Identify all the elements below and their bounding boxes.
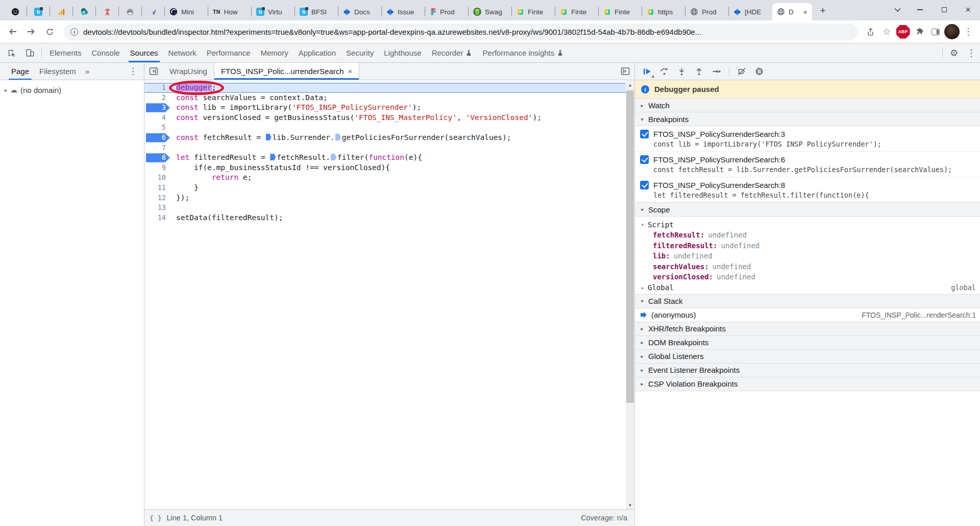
browser-tab-ft[interactable]: ft: [27, 3, 50, 20]
code-text[interactable]: }: [171, 183, 626, 193]
resume-button[interactable]: [639, 64, 655, 79]
deactivate-breakpoints-button[interactable]: [734, 64, 750, 79]
browser-menu-icon[interactable]: ⋮: [961, 24, 976, 39]
section-header-xhr-fetch-breakpoints[interactable]: ▸XHR/fetch Breakpoints: [635, 322, 980, 336]
window-minimize-button[interactable]: [908, 0, 932, 19]
breakpoint-checkbox[interactable]: [640, 130, 649, 138]
breakpoint-checkbox[interactable]: [640, 155, 649, 164]
section-header-scope[interactable]: ▾Scope: [635, 202, 980, 217]
window-close-button[interactable]: ×: [956, 0, 980, 19]
devtools-tab-memory[interactable]: Memory: [256, 43, 293, 62]
tab-close-icon[interactable]: ×: [348, 67, 353, 76]
breakpoint-flag[interactable]: 3: [144, 103, 171, 113]
devtools-tab-elements[interactable]: Elements: [44, 43, 87, 62]
code-text[interactable]: const searchValues = context.Data;: [171, 93, 626, 103]
browser-tab-finte[interactable]: Finte: [512, 3, 555, 20]
breakpoint-flag[interactable]: 6: [144, 133, 171, 143]
code-text[interactable]: let filteredResult = fetchResult.filter(…: [171, 153, 626, 163]
address-bar[interactable]: i devtools://devtools/bundled/inspector.…: [63, 23, 857, 40]
scope-group-global[interactable]: ▸Globalglobal: [635, 282, 980, 293]
inspect-element-icon[interactable]: [2, 43, 20, 62]
section-header-call-stack[interactable]: ▾Call Stack: [635, 294, 980, 308]
line-number[interactable]: 11: [144, 183, 171, 193]
section-header-global-listeners[interactable]: ▸Global Listeners: [635, 349, 980, 364]
devtools-tab-recorder[interactable]: Recorder: [427, 43, 478, 62]
breakpoint-checkbox[interactable]: [640, 181, 649, 189]
code-text[interactable]: setData(filteredResult);: [171, 213, 626, 223]
site-info-icon[interactable]: i: [70, 28, 78, 36]
side-panel-icon[interactable]: [928, 24, 943, 39]
devtools-menu-icon[interactable]: ⋮: [963, 43, 980, 62]
browser-tab-https[interactable]: https: [642, 3, 685, 20]
pause-on-exceptions-button[interactable]: [751, 64, 767, 79]
code-text[interactable]: return e;: [171, 173, 626, 183]
code-text[interactable]: const versionClosed = getBusinessStatus(…: [171, 113, 626, 123]
line-number[interactable]: 1: [144, 83, 171, 93]
line-number[interactable]: 12: [144, 193, 171, 203]
scroll-down-icon[interactable]: ▼: [626, 500, 634, 509]
line-number[interactable]: 10: [144, 173, 171, 183]
scope-group-script[interactable]: ▾Script: [635, 219, 980, 230]
back-button[interactable]: [4, 23, 21, 40]
adblock-extension-icon[interactable]: ABP: [895, 24, 911, 39]
line-number[interactable]: 9: [144, 163, 171, 173]
devtools-tab-application[interactable]: Application: [293, 43, 341, 62]
step-button[interactable]: [708, 64, 724, 79]
device-toolbar-icon[interactable]: [20, 43, 39, 62]
inline-breakpoint-icon[interactable]: [270, 154, 276, 160]
browser-tab-smiley[interactable]: [4, 3, 27, 20]
window-maximize-button[interactable]: [932, 0, 956, 19]
browser-tab-d[interactable]: D×: [772, 3, 812, 20]
navigator-tab-filesystem[interactable]: Filesystem: [34, 63, 81, 80]
browser-tab-finte[interactable]: Finte: [555, 3, 598, 20]
browser-tab-finte[interactable]: Finte: [599, 3, 642, 20]
new-tab-button[interactable]: +: [815, 3, 830, 18]
line-number[interactable]: 2: [144, 93, 171, 103]
devtools-tab-sources[interactable]: Sources: [125, 43, 163, 62]
devtools-tab-performance-insights[interactable]: Performance insights: [477, 43, 569, 62]
section-header-breakpoints[interactable]: ▾Breakpoints: [635, 112, 980, 126]
section-header-csp-violation-breakpoints[interactable]: ▸CSP Violation Breakpoints: [635, 377, 980, 391]
navigator-overflow-icon[interactable]: ⋮: [122, 66, 144, 77]
browser-tab-issue[interactable]: Issue: [382, 3, 425, 20]
line-number[interactable]: 4: [144, 113, 171, 123]
line-number[interactable]: 7: [144, 143, 171, 153]
callstack-frame[interactable]: (anonymous)FTOS_INSP_Polic...renderSearc…: [635, 308, 980, 322]
browser-tab-bfsi[interactable]: ftBFSI: [295, 3, 338, 20]
browser-tab-docs[interactable]: Docs: [338, 3, 381, 20]
browser-tab-prod[interactable]: Prod: [685, 3, 728, 20]
browser-tab-how[interactable]: TNHow: [208, 3, 251, 20]
browser-tab-virtu[interactable]: ftVirtu: [252, 3, 295, 20]
line-number[interactable]: 13: [144, 203, 171, 213]
share-icon[interactable]: [863, 24, 878, 39]
section-header-watch[interactable]: ▸Watch: [635, 98, 980, 112]
step-out-button[interactable]: [691, 64, 707, 79]
bookmark-star-icon[interactable]: ☆: [879, 24, 894, 39]
settings-gear-icon[interactable]: ⚙: [945, 43, 963, 62]
more-tabs-icon[interactable]: »: [81, 67, 93, 76]
browser-tab-printer[interactable]: [119, 3, 141, 20]
code-text[interactable]: if(e.mp_businessStatusId !== versionClos…: [171, 163, 626, 173]
step-over-button[interactable]: [656, 64, 672, 79]
editor-tab-wrapusing[interactable]: WrapUsing: [163, 63, 214, 80]
code-text[interactable]: [171, 143, 626, 153]
devtools-tab-lighthouse[interactable]: Lighthouse: [379, 43, 426, 62]
devtools-tab-security[interactable]: Security: [341, 43, 379, 62]
forward-button[interactable]: [22, 23, 40, 40]
hide-debugger-sidebar-icon[interactable]: [616, 63, 634, 80]
step-into-button[interactable]: [674, 64, 690, 79]
browser-tab-send[interactable]: [142, 3, 164, 20]
code-text[interactable]: debugger;: [171, 83, 626, 93]
editor-tab-ftos-insp-polic-urrendersearch[interactable]: FTOS_INSP_Polic...urrenderSearch×: [214, 63, 359, 80]
code-text[interactable]: [171, 123, 626, 133]
hide-navigator-icon[interactable]: [144, 63, 163, 80]
code-text[interactable]: [171, 203, 626, 213]
browser-tab-hde[interactable]: [HDE: [729, 3, 772, 20]
line-number[interactable]: 14: [144, 213, 171, 223]
line-number[interactable]: 5: [144, 123, 171, 133]
code-text[interactable]: const lib = importLibrary('FTOS_INSP_Pol…: [171, 103, 626, 113]
extensions-puzzle-icon[interactable]: [912, 24, 927, 39]
browser-tab-swag[interactable]: {;}Swag: [469, 3, 511, 20]
code-text[interactable]: });: [171, 193, 626, 203]
devtools-tab-performance[interactable]: Performance: [202, 43, 256, 62]
